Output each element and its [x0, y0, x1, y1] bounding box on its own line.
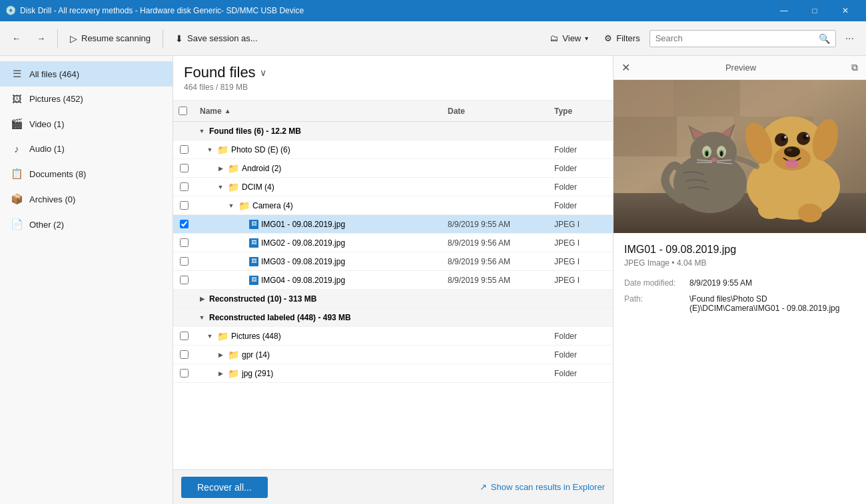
row-type: JPEG I: [549, 276, 602, 285]
separator-2: [163, 29, 163, 48]
expand-icon[interactable]: ▶: [197, 294, 207, 304]
table-row[interactable]: 🖼 IMG03 - 09.08.2019.jpg 8/9/2019 9:56 A…: [173, 252, 613, 271]
row-checkbox[interactable]: [180, 182, 189, 191]
row-checkbox-cell[interactable]: [173, 257, 195, 266]
sidebar-item-other[interactable]: 📄 Other (2): [0, 212, 173, 237]
row-checkbox[interactable]: [180, 145, 189, 154]
save-session-button[interactable]: ⬇ Save session as...: [169, 29, 264, 48]
path-label: Path:: [624, 294, 684, 313]
recover-all-button[interactable]: Recover all...: [181, 477, 268, 498]
table-row[interactable]: 🖼 IMG02 - 09.08.2019.jpg 8/9/2019 9:56 A…: [173, 234, 613, 252]
svg-point-41: [798, 204, 822, 222]
table-row[interactable]: ▶ 📁 Android (2) Folder: [173, 159, 613, 178]
row-checkbox-cell[interactable]: [173, 238, 195, 247]
back-button[interactable]: ←: [5, 29, 27, 47]
row-checkbox-cell[interactable]: [173, 220, 195, 228]
close-button[interactable]: ✕: [830, 0, 861, 21]
resume-scanning-button[interactable]: ▷ Resume scanning: [63, 29, 157, 48]
file-icon: 🖼: [249, 276, 258, 285]
folder-icon: 📁: [228, 368, 239, 379]
row-checkbox[interactable]: [180, 276, 189, 284]
table-row[interactable]: 🖼 IMG01 - 09.08.2019.jpg 8/9/2019 9:55 A…: [173, 215, 613, 234]
header-date[interactable]: Date: [442, 103, 549, 119]
row-type: Folder: [549, 145, 602, 154]
preview-copy-button[interactable]: ⧉: [851, 62, 858, 73]
sidebar-label-all-files: All files (464): [29, 69, 79, 79]
row-date: 8/9/2019 9:55 AM: [442, 220, 549, 229]
view-button[interactable]: 🗂 View ▾: [543, 29, 595, 47]
preview-image-svg: [614, 80, 866, 233]
file-table-body: ▼ Found files (6) - 12.2 MB ▼ 📁 Photo SD…: [173, 122, 613, 469]
svg-point-38: [787, 148, 792, 152]
expand-icon[interactable]: ▼: [205, 145, 215, 154]
row-date: 8/9/2019 9:56 AM: [442, 238, 549, 248]
sidebar-item-all-files[interactable]: ☰ All files (464): [0, 61, 173, 87]
row-checkbox[interactable]: [180, 164, 189, 172]
table-row[interactable]: ▼ 📁 Photo SD (E) (6) Folder: [173, 140, 613, 159]
expand-icon[interactable]: ▼: [197, 126, 207, 136]
row-date: 8/9/2019 9:56 AM: [442, 257, 549, 266]
row-checkbox-cell[interactable]: [173, 276, 195, 284]
filters-button[interactable]: ⚙ Filters: [598, 29, 646, 47]
expand-icon[interactable]: ▼: [216, 182, 225, 192]
preview-close-button[interactable]: ✕: [622, 61, 630, 74]
row-checkbox[interactable]: [180, 201, 189, 210]
select-all-checkbox[interactable]: [179, 107, 187, 115]
row-checkbox[interactable]: [180, 332, 189, 340]
row-checkbox[interactable]: [180, 238, 189, 247]
title-dropdown-icon[interactable]: ∨: [260, 67, 266, 78]
sidebar-item-video[interactable]: 🎬 Video (1): [0, 111, 173, 136]
sidebar-item-documents[interactable]: 📋 Documents (8): [0, 161, 173, 186]
sidebar: ☰ All files (464) 🖼 Pictures (452) 🎬 Vid…: [0, 56, 173, 504]
sidebar-item-archives[interactable]: 📦 Archives (0): [0, 186, 173, 212]
row-checkbox-cell[interactable]: [173, 350, 195, 359]
maximize-button[interactable]: □: [799, 0, 830, 21]
expand-icon[interactable]: ▼: [226, 201, 236, 210]
header-type[interactable]: Type: [549, 103, 602, 119]
row-checkbox-cell[interactable]: [173, 332, 195, 340]
sidebar-item-pictures[interactable]: 🖼 Pictures (452): [0, 87, 173, 111]
table-row[interactable]: ▼ Reconstructed labeled (448) - 493 MB: [173, 308, 613, 327]
content-header: Found files ∨ 464 files / 819 MB: [173, 56, 613, 101]
row-checkbox-cell[interactable]: [173, 164, 195, 172]
preview-filetype: JPEG Image • 4.04 MB: [624, 258, 855, 268]
row-checkbox[interactable]: [180, 220, 189, 228]
content-title-row: Found files ∨: [184, 64, 602, 81]
table-row[interactable]: ▼ 📁 DCIM (4) Folder: [173, 178, 613, 196]
header-scroll-space: [602, 103, 613, 119]
row-checkbox[interactable]: [180, 350, 189, 359]
row-checkbox-cell[interactable]: [173, 145, 195, 154]
row-checkbox-cell[interactable]: [173, 369, 195, 378]
back-icon: ←: [12, 33, 21, 43]
forward-button[interactable]: →: [30, 29, 52, 47]
table-row[interactable]: ▶ 📁 gpr (14) Folder: [173, 346, 613, 364]
table-row[interactable]: ▶ Reconstructed (10) - 313 MB: [173, 290, 613, 308]
expand-icon[interactable]: ▼: [197, 313, 207, 322]
folder-icon: 📁: [217, 331, 228, 342]
more-button[interactable]: ···: [839, 29, 861, 49]
folder-icon: 📁: [238, 200, 250, 211]
search-input[interactable]: [655, 33, 819, 43]
show-in-explorer-link[interactable]: ↗ Show scan results in Explorer: [480, 482, 605, 492]
table-row[interactable]: ▼ 📁 Pictures (448) Folder: [173, 327, 613, 346]
row-checkbox[interactable]: [180, 257, 189, 266]
expand-icon[interactable]: ▶: [216, 164, 225, 173]
row-checkbox[interactable]: [180, 369, 189, 378]
table-row[interactable]: ▼ 📁 Camera (4) Folder: [173, 196, 613, 215]
table-row[interactable]: ▶ 📁 jpg (291) Folder: [173, 364, 613, 383]
table-row[interactable]: ▼ Found files (6) - 12.2 MB: [173, 122, 613, 140]
header-checkbox-cell[interactable]: [173, 103, 195, 119]
minimize-button[interactable]: —: [769, 0, 799, 21]
sidebar-item-audio[interactable]: ♪ Audio (1): [0, 136, 173, 161]
row-checkbox-cell[interactable]: [173, 201, 195, 210]
row-type: JPEG I: [549, 238, 602, 248]
expand-icon[interactable]: ▶: [216, 369, 225, 378]
expand-icon[interactable]: ▼: [205, 332, 215, 341]
preview-header: ✕ Preview ⧉: [614, 56, 866, 80]
header-name[interactable]: Name ▲: [195, 103, 442, 119]
expand-icon[interactable]: ▶: [216, 350, 225, 360]
sidebar-label-audio: Audio (1): [29, 144, 65, 154]
table-row[interactable]: 🖼 IMG04 - 09.08.2019.jpg 8/9/2019 9:55 A…: [173, 271, 613, 290]
row-checkbox-cell[interactable]: [173, 182, 195, 191]
sidebar-icon-archives: 📦: [11, 193, 23, 205]
